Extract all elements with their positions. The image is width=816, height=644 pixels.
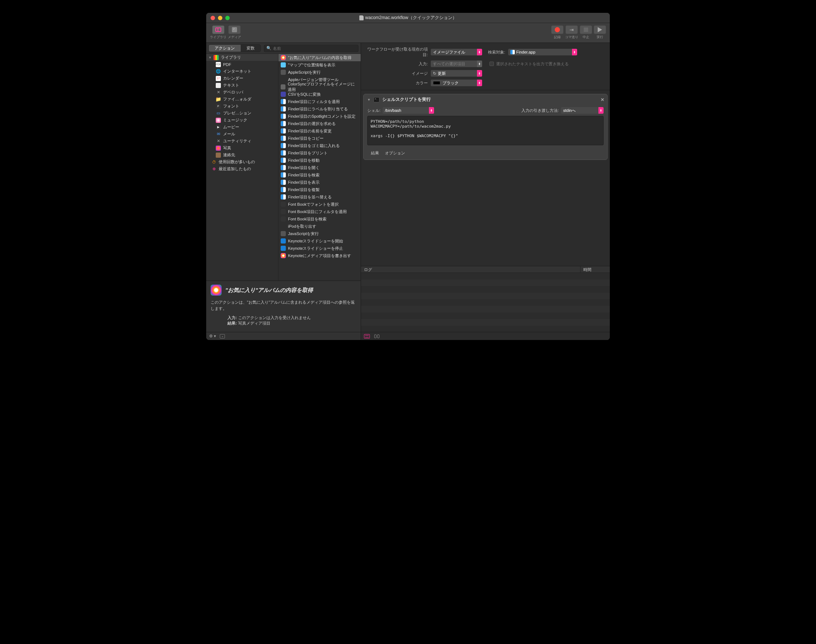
stop-button[interactable] — [580, 25, 592, 34]
list-view-button[interactable] — [364, 334, 370, 339]
log-row — [361, 299, 610, 306]
action-item[interactable]: JavaScriptを実行 — [278, 230, 361, 237]
category-files-folders[interactable]: 📁ファイ…ォルダ — [206, 96, 278, 103]
finder-icon — [510, 50, 515, 54]
action-item[interactable]: Keynoteにメディア項目を書き出す — [278, 252, 361, 259]
globe-icon: 🌐 — [216, 69, 221, 74]
results-button[interactable]: 結果 — [371, 150, 379, 156]
run-button[interactable] — [594, 25, 606, 34]
action-item[interactable]: "お気に入り"アルバムの内容を取得 — [278, 54, 361, 61]
action-icon — [281, 106, 286, 112]
category-pdf[interactable]: PDFPDF — [206, 61, 278, 68]
tab-action[interactable]: アクション — [209, 45, 241, 52]
action-item[interactable]: iPodを取り出す — [278, 222, 361, 230]
action-item[interactable]: Keynoteスライドショーを開始 — [278, 237, 361, 245]
chevron-icon: ▴▾ — [477, 70, 482, 77]
input-select[interactable]: すべての選択項目▴▾ — [431, 60, 482, 67]
library-toggle-button[interactable] — [212, 25, 224, 34]
script-textarea[interactable]: PYTHON=/path/to/python WACOM2MACPY=/path… — [367, 116, 604, 145]
disclosure-icon[interactable]: ▼ — [367, 98, 370, 101]
action-item[interactable]: Font Bookでフォントを選択 — [278, 201, 361, 208]
shell-select[interactable]: /bin/bash▴▾ — [383, 107, 434, 114]
action-label: Finder項目を検索 — [288, 172, 320, 178]
library-icon — [215, 28, 221, 32]
action-icon — [281, 180, 286, 185]
category-text[interactable]: テキスト — [206, 82, 278, 89]
action-list[interactable]: "お気に入り"アルバムの内容を取得"マップ"で位置情報を表示AppleScrip… — [278, 54, 361, 281]
log-column-header[interactable]: ログ — [361, 266, 581, 273]
action-item[interactable]: Finder項目を並べ替える — [278, 193, 361, 201]
action-item[interactable]: Finder項目にフィルタを適用 — [278, 98, 361, 105]
tab-variable[interactable]: 変数 — [241, 45, 261, 52]
record-button[interactable] — [551, 25, 564, 34]
action-item[interactable]: Keynoteスライドショーを停止 — [278, 245, 361, 252]
action-item[interactable]: Finder項目にラベルを割り当てる — [278, 105, 361, 113]
category-utilities[interactable]: ✕ユーティリティ — [206, 138, 278, 144]
search-input[interactable] — [273, 46, 356, 51]
minimize-window-button[interactable] — [218, 16, 222, 20]
application-select[interactable]: Finder.app▴▾ — [508, 49, 577, 55]
category-developer[interactable]: ✕デベロッパ — [206, 89, 278, 96]
action-item[interactable]: Finder項目をプリント — [278, 149, 361, 156]
search-field[interactable]: 🔍 — [264, 45, 358, 52]
most-used[interactable]: ⏱使用回数が多いもの — [206, 158, 278, 166]
movie-icon: ▶ — [216, 125, 221, 130]
category-internet[interactable]: 🌐インターネット — [206, 68, 278, 75]
step-button[interactable]: ⇥ — [566, 25, 578, 34]
category-presentation[interactable]: ▭プレゼ…ション — [206, 110, 278, 117]
action-item[interactable]: "マップ"で位置情報を表示 — [278, 61, 361, 69]
category-font[interactable]: Fフォント — [206, 103, 278, 110]
action-item[interactable]: Finder項目の名前を変更 — [278, 127, 361, 135]
log-row — [361, 319, 610, 326]
action-item[interactable]: Finder項目を検索 — [278, 171, 361, 179]
action-item[interactable]: Font Book項目を検索 — [278, 215, 361, 222]
action-item[interactable]: Finder項目のSpotlightコメントを設定 — [278, 113, 361, 120]
color-select[interactable]: ブラック▴▾ — [431, 80, 482, 86]
category-mail[interactable]: ✉メール — [206, 130, 278, 138]
action-item[interactable]: ColorSyncプロファイルをイメージに適用 — [278, 83, 361, 90]
media-button[interactable] — [228, 25, 241, 34]
action-item[interactable]: Finder項目をコピー — [278, 135, 361, 142]
replace-text-checkbox[interactable] — [489, 61, 494, 66]
image-select[interactable]: ↻更新▴▾ — [431, 70, 482, 77]
pass-input-select[interactable]: stdinへ▴▾ — [561, 107, 604, 114]
column-view-button[interactable] — [374, 334, 380, 338]
action-item[interactable]: Font Book項目にフィルタを適用 — [278, 208, 361, 215]
zoom-window-button[interactable] — [225, 16, 230, 20]
input-label: 入力: — [227, 315, 237, 320]
action-item[interactable]: Finder項目をゴミ箱に入れる — [278, 142, 361, 149]
step-icon: ⇥ — [569, 27, 574, 33]
receives-select[interactable]: イメージファイル▴▾ — [431, 49, 482, 55]
action-item[interactable]: Finder項目の選択を求める — [278, 120, 361, 127]
category-movie[interactable]: ▶ムービー — [206, 124, 278, 130]
gear-menu-button[interactable]: ⚙︎ ▾ — [209, 334, 216, 339]
action-item[interactable]: Finder項目を開く — [278, 164, 361, 171]
action-item[interactable]: Finder項目を移動 — [278, 156, 361, 164]
library-tree[interactable]: ▼ ライブラリ PDFPDF 🌐インターネット 17カレンダー テキスト ✕デベ… — [206, 54, 278, 281]
action-label: ColorSyncプロファイルをイメージに適用 — [287, 81, 358, 92]
action-item[interactable]: AppleScriptを実行 — [278, 69, 361, 76]
action-item[interactable]: Finder項目を表示 — [278, 179, 361, 186]
replace-text-label: 選択されたテキストを出力で置き換える — [496, 61, 569, 67]
close-window-button[interactable] — [211, 16, 215, 20]
remove-action-button[interactable]: ✕ — [601, 97, 604, 102]
category-calendar[interactable]: 17カレンダー — [206, 75, 278, 82]
recently-added[interactable]: ⊕最近追加したもの — [206, 166, 278, 172]
action-item[interactable]: Finder項目を複製 — [278, 186, 361, 193]
category-music[interactable]: ミュージック — [206, 117, 278, 124]
document-icon — [359, 15, 364, 20]
library-root[interactable]: ▼ ライブラリ — [206, 54, 278, 61]
time-column-header[interactable]: 時間 — [581, 266, 610, 273]
shell-script-action[interactable]: ▼ シェルスクリプトを実行 ✕ シェル: /bin/bash▴▾ 入力の引き渡し… — [363, 94, 608, 160]
category-contacts[interactable]: 連絡先 — [206, 152, 278, 158]
category-photos[interactable]: 写真 — [206, 144, 278, 152]
action-icon — [281, 238, 286, 244]
action-title: シェルスクリプトを実行 — [382, 97, 431, 103]
description-title: "お気に入り"アルバムの内容を取得 — [225, 287, 313, 294]
expand-button[interactable]: ⌄ — [220, 334, 225, 339]
log-row — [361, 306, 610, 313]
workflow-canvas[interactable]: ▼ シェルスクリプトを実行 ✕ シェル: /bin/bash▴▾ 入力の引き渡し… — [361, 90, 610, 266]
music-icon — [216, 118, 221, 123]
action-icon — [281, 246, 286, 251]
options-button[interactable]: オプション — [385, 150, 405, 156]
